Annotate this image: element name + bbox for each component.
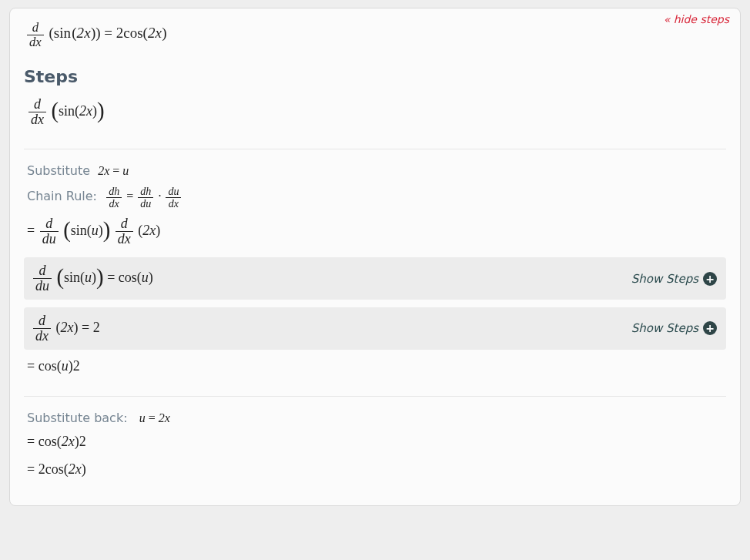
substitute-back-note: Substitute back: u = 2x: [27, 411, 726, 425]
plus-icon: +: [703, 272, 717, 286]
show-steps-button[interactable]: Show Steps +: [631, 321, 717, 335]
chain-rule-note: Chain Rule: dhdx = dhdu · dudx: [27, 186, 726, 210]
show-steps-button[interactable]: Show Steps +: [631, 272, 717, 286]
substitute-note: Substitute 2x = u: [27, 163, 726, 178]
chain-rule-label: Chain Rule:: [27, 189, 97, 203]
show-steps-label: Show Steps: [631, 321, 698, 335]
substitute-back-label: Substitute back:: [27, 411, 128, 425]
step-combined: = cos(u)2: [27, 357, 726, 374]
step-original-expression: d dx (sin(2x)): [27, 97, 726, 127]
substep-derivative-2x: ddx (2x) = 2 Show Steps +: [24, 307, 726, 350]
substitute-label: Substitute: [27, 163, 90, 178]
step-substitute-back-1: = cos(2x)2: [27, 433, 726, 450]
divider: [24, 396, 726, 397]
substep-derivative-sin: ddu (sin(u)) = cos(u) Show Steps +: [24, 257, 726, 300]
hide-steps-toggle[interactable]: « hide steps: [664, 13, 729, 25]
show-steps-label: Show Steps: [631, 272, 698, 286]
divider: [24, 149, 726, 149]
result-equation: d dx (sin (2x)) = 2cos(2x): [25, 21, 726, 49]
step-final: = 2cos(2x): [27, 461, 726, 478]
step-chain-expand: = ddu (sin(u)) ddx (2x): [27, 216, 726, 246]
solution-card: « hide steps d dx (sin (2x)) = 2cos(2x) …: [9, 8, 741, 506]
steps-heading: Steps: [24, 67, 726, 86]
plus-icon: +: [703, 321, 717, 335]
